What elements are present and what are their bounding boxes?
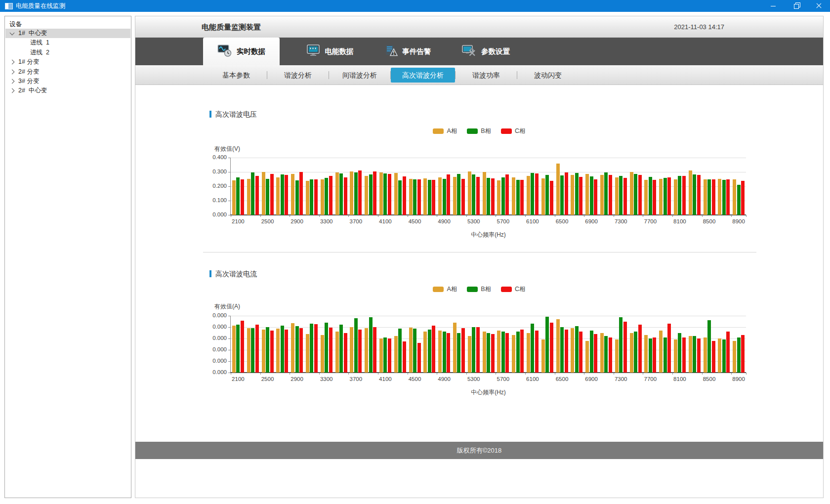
y-tick-label: 0.400: [202, 154, 227, 160]
x-tick-label: 6100: [522, 376, 543, 382]
chevron-right-icon[interactable]: [10, 88, 15, 93]
bar: [354, 172, 358, 215]
bar: [697, 338, 701, 373]
legend-item-C相[interactable]: C相: [501, 285, 526, 294]
bar: [447, 333, 450, 373]
tree-item-4[interactable]: 1# 分变: [5, 57, 130, 67]
bar: [262, 330, 265, 373]
bar: [674, 179, 677, 215]
bar: [276, 177, 280, 215]
gridline: [231, 158, 746, 158]
subtab-5[interactable]: 谐波功率: [456, 65, 517, 84]
x-tick-mark: [614, 373, 614, 375]
realtime-data-icon: [217, 44, 232, 59]
x-tick-mark: [702, 215, 703, 217]
x-tick-mark: [437, 373, 437, 375]
bar: [379, 338, 383, 373]
bar: [615, 339, 619, 373]
x-tick-mark: [731, 215, 732, 217]
tab-label: 事件告警: [403, 47, 431, 56]
bar: [505, 174, 509, 215]
y-tick-label: 0.000: [202, 211, 227, 217]
chevron-right-icon[interactable]: [10, 60, 15, 65]
bar: [236, 177, 240, 215]
tree-item-1[interactable]: 1# 中心变: [5, 29, 130, 38]
subtab-3[interactable]: 间谐波分析: [329, 65, 390, 84]
tab-4[interactable]: 参数设置: [448, 38, 524, 65]
tree-item-5[interactable]: 2# 分变: [5, 67, 130, 77]
legend-item-A相[interactable]: A相: [433, 285, 457, 294]
x-tick-mark: [731, 373, 732, 375]
x-tick-label: 3700: [345, 376, 367, 382]
chevron-down-icon[interactable]: [10, 31, 15, 36]
section-title-current: 高次谐波电流: [209, 270, 257, 279]
legend-swatch: [467, 287, 478, 292]
y-axis-label: 有效值(V): [214, 145, 240, 153]
bar: [590, 176, 593, 215]
subtab-6[interactable]: 波动闪变: [517, 65, 579, 84]
bar: [369, 317, 373, 373]
restore-button[interactable]: [785, 0, 807, 12]
y-tick-mark: [228, 158, 231, 158]
bar: [354, 318, 358, 373]
x-tick-label: 3300: [316, 218, 337, 224]
tab-1[interactable]: 实时数据: [203, 38, 280, 65]
bar: [535, 173, 539, 215]
legend-item-B相[interactable]: B相: [467, 285, 491, 294]
legend-item-B相[interactable]: B相: [467, 127, 491, 135]
bar: [707, 179, 711, 215]
bar: [560, 175, 564, 215]
bar: [417, 343, 421, 373]
bar: [468, 171, 471, 215]
legend-item-A相[interactable]: A相: [433, 127, 457, 135]
tree-item-7[interactable]: 2# 中心变: [5, 86, 130, 95]
bar: [726, 332, 730, 373]
close-button[interactable]: [807, 0, 830, 12]
tab-3[interactable]: !事件告警: [370, 38, 444, 65]
bar: [472, 327, 475, 373]
x-tick-mark: [466, 215, 467, 217]
bar: [689, 170, 692, 215]
tab-2[interactable]: 电能数据: [292, 38, 367, 65]
tree-item-6[interactable]: 3# 分变: [5, 77, 130, 86]
bar: [501, 177, 505, 215]
bar: [678, 333, 681, 373]
x-tick-mark: [746, 373, 747, 375]
x-axis-line: [230, 214, 746, 215]
subtab-4[interactable]: 高次谐波分析: [391, 68, 455, 83]
x-tick-mark: [496, 215, 496, 217]
subtab-1[interactable]: 基本参数: [206, 65, 267, 84]
bar: [383, 337, 387, 373]
bar: [575, 173, 579, 215]
bar: [461, 179, 465, 215]
y-tick-label: 0.000: [202, 369, 227, 375]
chevron-right-icon[interactable]: [10, 79, 15, 84]
bar: [619, 317, 622, 373]
bar: [674, 339, 677, 373]
bar: [520, 330, 524, 373]
tree-item-3[interactable]: 进线 2: [5, 48, 130, 57]
legend-item-C相[interactable]: C相: [501, 127, 526, 135]
x-tick-mark: [525, 373, 526, 375]
bar: [428, 180, 431, 215]
subtab-2[interactable]: 谐波分析: [267, 65, 329, 84]
bar: [531, 324, 534, 373]
x-tick-mark: [378, 215, 378, 217]
x-axis-title: 中心频率(Hz): [231, 388, 746, 397]
bar: [403, 176, 406, 215]
gridline: [231, 350, 746, 350]
x-tick-mark: [525, 215, 526, 217]
minimize-button[interactable]: [762, 0, 785, 12]
x-tick-label: 6500: [551, 376, 573, 382]
x-tick-mark: [643, 215, 643, 217]
tree-item-2[interactable]: 进线 1: [5, 38, 130, 47]
bar: [718, 338, 721, 373]
device-tree-panel: 设备 1# 中心变进线 1进线 21# 分变2# 分变3# 分变2# 中心变: [4, 16, 131, 498]
bar: [556, 319, 560, 373]
bar: [604, 172, 608, 215]
bar: [741, 181, 745, 215]
bar: [369, 174, 373, 215]
chevron-right-icon[interactable]: [10, 69, 15, 74]
bar: [531, 173, 534, 215]
bar: [697, 175, 701, 215]
